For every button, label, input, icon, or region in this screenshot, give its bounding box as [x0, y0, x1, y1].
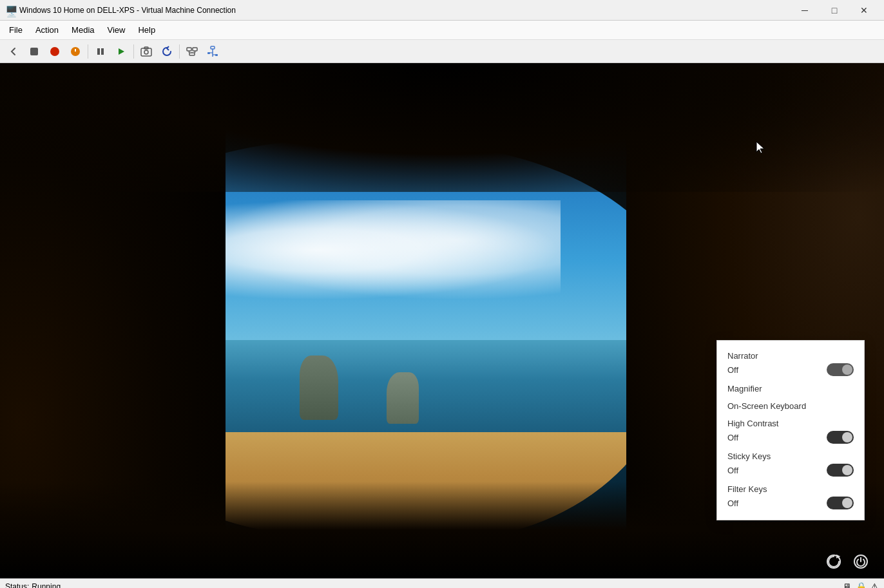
high-contrast-toggle-track	[827, 431, 854, 444]
high-contrast-label: High Contrast	[727, 419, 854, 428]
menu-item-file[interactable]: File	[3, 23, 29, 37]
title-bar: 🖥️ Windows 10 Home on DELL-XPS - Virtual…	[0, 0, 884, 21]
status-bar-right: 🖥 🔒 ⚠	[843, 582, 879, 589]
menu-item-view[interactable]: View	[101, 23, 132, 37]
menu-bar: File Action Media View Help	[0, 21, 884, 40]
filter-keys-toggle-track	[827, 497, 854, 509]
svg-marker-5	[119, 48, 124, 55]
menu-item-action[interactable]: Action	[29, 23, 65, 37]
toolbar-separator-2	[133, 44, 134, 59]
toolbar	[0, 40, 884, 63]
close-button[interactable]: ✕	[849, 0, 879, 21]
narrator-toggle-thumb	[842, 365, 852, 375]
filter-keys-toggle-thumb	[842, 498, 852, 508]
vm-action-restart-icon[interactable]	[823, 551, 844, 572]
magnifier-label: Magnifier	[727, 384, 854, 394]
toolbar-pause-button[interactable]	[91, 42, 110, 61]
svg-rect-3	[97, 48, 100, 55]
sticky-keys-toggle-thumb	[842, 465, 852, 475]
status-label: Status:	[5, 582, 29, 589]
status-lock-icon: 🔒	[856, 582, 867, 589]
high-contrast-toggle[interactable]	[827, 431, 854, 444]
on-screen-keyboard-item: On-Screen Keyboard	[727, 401, 854, 411]
high-contrast-status: Off	[727, 433, 738, 442]
window-icon: 🖥️	[5, 5, 15, 15]
svg-point-1	[50, 47, 59, 56]
menu-item-media[interactable]: Media	[65, 23, 101, 37]
sticky-keys-toggle-track	[827, 464, 854, 477]
status-alert-icon: ⚠	[870, 582, 879, 589]
minimize-button[interactable]: ─	[790, 0, 820, 21]
sticky-keys-toggle[interactable]	[827, 464, 854, 477]
sticky-keys-status: Off	[727, 466, 738, 475]
accessibility-panel: Narrator Off Magnifier On-Screen Keyboar…	[716, 340, 865, 520]
svg-rect-4	[101, 48, 104, 55]
status-network-icon: 🖥	[843, 582, 852, 589]
maximize-button[interactable]: □	[820, 0, 849, 21]
high-contrast-item: High Contrast Off	[727, 419, 854, 444]
toolbar-restore-button[interactable]	[157, 42, 177, 61]
narrator-label: Narrator	[727, 351, 854, 361]
window-title: Windows 10 Home on DELL-XPS - Virtual Ma…	[19, 6, 236, 15]
title-bar-controls: ─ □ ✕	[790, 0, 879, 21]
toolbar-back-button[interactable]	[4, 42, 23, 61]
sticky-keys-item: Sticky Keys Off	[727, 451, 854, 477]
cave-wall-top	[0, 63, 884, 192]
high-contrast-toggle-thumb	[842, 432, 852, 442]
toolbar-power-orange-button[interactable]	[66, 42, 85, 61]
filter-keys-toggle[interactable]	[827, 497, 854, 509]
svg-rect-10	[193, 48, 197, 51]
rock-2	[387, 372, 419, 424]
toolbar-stop-button[interactable]	[24, 42, 44, 61]
filter-keys-label: Filter Keys	[727, 484, 854, 494]
status-bar: Status: Running 🖥 🔒 ⚠	[0, 578, 884, 588]
toolbar-screenshot-button[interactable]	[137, 42, 156, 61]
toolbar-separator-1	[88, 44, 88, 59]
toolbar-resume-button[interactable]	[111, 42, 131, 61]
menu-item-help[interactable]: Help	[131, 23, 162, 37]
filter-keys-item: Filter Keys Off	[727, 484, 854, 509]
vm-display[interactable]: Narrator Off Magnifier On-Screen Keyboar…	[0, 63, 884, 578]
svg-rect-6	[141, 48, 151, 56]
svg-rect-9	[187, 48, 191, 51]
svg-point-8	[144, 50, 148, 54]
magnifier-item: Magnifier	[727, 384, 854, 394]
svg-rect-11	[189, 53, 195, 55]
toolbar-shutdown-red-button[interactable]	[45, 42, 64, 61]
status-value: Running	[32, 582, 61, 589]
sticky-keys-label: Sticky Keys	[727, 451, 854, 461]
on-screen-keyboard-label: On-Screen Keyboard	[727, 401, 854, 411]
narrator-status: Off	[727, 365, 738, 375]
vm-action-power-icon[interactable]	[850, 551, 871, 572]
narrator-toggle-track	[827, 363, 854, 376]
filter-keys-status: Off	[727, 498, 738, 508]
rock-1	[300, 356, 338, 420]
toolbar-separator-3	[179, 44, 180, 59]
toolbar-network-button[interactable]	[182, 42, 202, 61]
vm-bottom-actions	[823, 551, 871, 572]
narrator-toggle[interactable]	[827, 363, 854, 376]
svg-rect-15	[211, 46, 215, 49]
toolbar-usb-button[interactable]	[203, 42, 222, 61]
clouds	[213, 200, 561, 300]
narrator-item: Narrator Off	[727, 351, 854, 376]
svg-rect-0	[30, 48, 38, 55]
